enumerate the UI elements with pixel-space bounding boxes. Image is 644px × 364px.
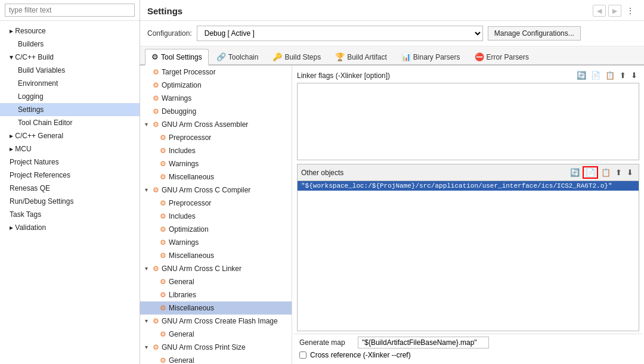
tree-node-icon: ⚙ [160,329,166,340]
tree-node-icon: ⚙ [153,263,159,274]
left-tree-item[interactable]: ⚙Optimization [140,223,292,236]
tree-node-label: Miscellaneous [169,172,214,182]
linker-up-btn[interactable]: ⬆ [618,70,628,80]
back-button[interactable]: ◀ [593,5,606,17]
left-tree-item[interactable]: ⚙Miscellaneous [140,170,292,183]
tab-error-parsers[interactable]: ⛔Error Parsers [468,49,535,64]
forward-button[interactable]: ▶ [608,5,621,17]
tree-node-label: GNU Arm Cross C Linker [162,263,242,274]
tree-node-label: GNU Arm Cross Create Flash Image [162,316,278,326]
tab-label: Error Parsers [487,53,529,61]
tab-toolchain[interactable]: 🔗Toolchain [210,49,265,64]
sidebar-tree-item[interactable]: ▸ MCU [0,142,140,155]
left-tree-item[interactable]: ⚙Warnings [140,157,292,170]
sidebar-tree-item[interactable]: Tool Chain Editor [0,116,140,129]
linker-copy-btn[interactable]: 📋 [603,70,617,80]
tab-tool-settings[interactable]: ⚙Tool Settings [145,49,209,66]
content-area: ⚙Target Processor⚙Optimization⚙Warnings⚙… [140,66,644,364]
other-objects-header: Other objects 🔄 📄 📋 ⬆ ⬇ [297,164,639,181]
left-tree-item[interactable]: ⚙General [140,328,292,341]
cross-ref-checkbox[interactable] [299,351,306,359]
sidebar-tree-item[interactable]: Project Natures [0,155,140,169]
other-objects-list[interactable]: "${workspace_loc:/${ProjName}/src/applic… [297,181,639,331]
tree-node-label: Preprocessor [169,198,211,209]
left-tree-item[interactable]: ▾⚙GNU Arm Cross Print Size [140,341,292,354]
left-tree-item[interactable]: ⚙Miscellaneous [140,249,292,262]
other-up-btn[interactable]: ⬆ [614,166,624,179]
manage-configurations-button[interactable]: Manage Configurations... [488,26,581,41]
sidebar-tree-item[interactable]: Project References [0,169,140,182]
sidebar-tree-item[interactable]: Build Variables [0,64,140,77]
sidebar-tree-item[interactable]: Renesas QE [0,182,140,195]
sidebar-tree-item[interactable]: Run/Debug Settings [0,195,140,208]
other-copy-btn[interactable]: 📋 [599,166,612,179]
tab-icon: 📊 [401,52,411,61]
tree-node-icon: ⚙ [153,93,159,104]
left-tree-item[interactable]: ⚙Warnings [140,236,292,249]
sidebar-tree-item[interactable]: Environment [0,77,140,90]
other-objects-label: Other objects [301,169,343,177]
sidebar-tree-item[interactable]: ▸ Resource [0,24,140,38]
linker-flags-input[interactable] [297,83,639,160]
config-select[interactable]: Debug [ Active ] [197,26,483,41]
sidebar-tree-item[interactable]: ▸ Validation [0,221,140,234]
left-tree-item[interactable]: ⚙Preprocessor [140,131,292,144]
left-tree-item[interactable]: ⚙Includes [140,210,292,223]
left-tree-item[interactable]: ▾⚙GNU Arm Cross C Compiler [140,183,292,197]
sidebar-tree-item[interactable]: ▾ C/C++ Build [0,51,140,64]
linker-flags-section: Linker flags (-Xlinker [option]) 🔄 📄 📋 ⬆… [295,68,642,82]
left-tree-item[interactable]: ⚙Libraries [140,288,292,301]
tree-node-icon: ⚙ [160,250,166,261]
left-tree-item[interactable]: ⚙Warnings [140,92,292,105]
sidebar-tree-item[interactable]: Builders [0,38,140,51]
left-tree-item[interactable]: ⚙Miscellaneous [140,301,292,315]
linker-add-btn[interactable]: 📄 [589,70,602,80]
left-tree-item[interactable]: ⚙Debugging [140,105,292,118]
more-button[interactable]: ⋮ [624,5,637,17]
other-refresh-btn[interactable]: 🔄 [568,166,581,179]
tab-binary-parsers[interactable]: 📊Binary Parsers [395,49,467,64]
left-tree-pane: ⚙Target Processor⚙Optimization⚙Warnings⚙… [140,66,292,364]
tree-node-icon: ⚙ [160,355,166,364]
tree-node-icon: ⚙ [153,106,159,117]
sidebar-tree-item[interactable]: Logging [0,90,140,103]
other-objects-item[interactable]: "${workspace_loc:/${ProjName}/src/applic… [298,181,639,191]
left-tree-item[interactable]: ▾⚙GNU Arm Cross Assembler [140,118,292,131]
left-tree-item[interactable]: ⚙General [140,354,292,364]
sidebar-tree-item[interactable]: ▸ C/C++ General [0,129,140,142]
filter-input[interactable] [5,4,135,17]
linker-refresh-btn[interactable]: 🔄 [575,70,588,80]
tree-node-icon: ⚙ [160,198,166,209]
other-down-btn[interactable]: ⬇ [625,166,635,179]
tree-node-label: GNU Arm Cross C Compiler [162,185,250,195]
tab-icon: 🔑 [273,52,282,61]
tree-node-icon: ⚙ [153,342,159,353]
tab-icon: 🏆 [335,52,345,61]
tree-node-label: Optimization [162,80,202,91]
tree-node-icon: ⚙ [160,172,166,182]
left-tree-item[interactable]: ⚙Optimization [140,79,292,92]
left-tree-item[interactable]: ▾⚙GNU Arm Cross Create Flash Image [140,315,292,328]
sidebar-tree-item[interactable]: Task Tags [0,208,140,221]
sidebar: ▸ ResourceBuilders▾ C/C++ BuildBuild Var… [0,0,140,364]
left-tree-item[interactable]: ⚙Preprocessor [140,197,292,210]
expand-icon: ▾ [145,185,151,195]
linker-flags-actions: 🔄 📄 📋 ⬆ ⬇ [575,70,639,80]
left-tree-item[interactable]: ⚙Includes [140,144,292,157]
tab-build-steps[interactable]: 🔑Build Steps [266,49,327,64]
tree-node-icon: ⚙ [153,185,159,195]
tree-node-label: Warnings [162,93,191,104]
linker-down-btn[interactable]: ⬇ [629,70,639,80]
tree-node-label: GNU Arm Cross Print Size [162,342,246,353]
tree-node-label: Optimization [169,224,209,235]
left-tree-item[interactable]: ▾⚙GNU Arm Cross C Linker [140,262,292,275]
left-tree-item[interactable]: ⚙General [140,275,292,288]
tab-icon: ⚙ [151,52,159,61]
left-tree-item[interactable]: ⚙Target Processor [140,66,292,79]
other-add-btn[interactable]: 📄 [583,166,598,179]
tree-node-label: General [169,276,194,287]
expand-icon: ▾ [145,316,151,326]
tab-build-artifact[interactable]: 🏆Build Artifact [329,49,394,64]
sidebar-tree-item[interactable]: Settings [0,103,140,116]
tree-node-icon: ⚙ [160,158,166,169]
